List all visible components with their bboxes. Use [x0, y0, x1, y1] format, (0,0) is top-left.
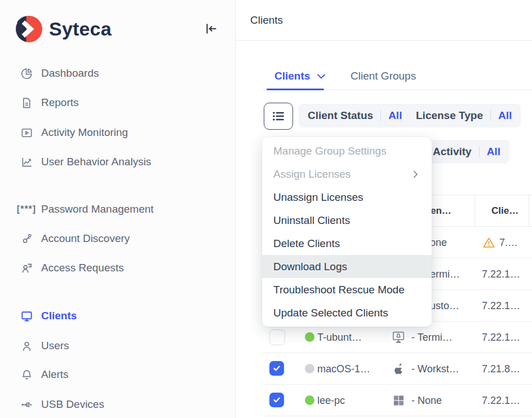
- apple-os-icon: [391, 362, 406, 376]
- tab-label: Client Groups: [351, 70, 416, 82]
- sidebar-item-alerts[interactable]: Alerts: [20, 366, 69, 383]
- menu-item-unassign-licenses[interactable]: Unassign Licenses: [262, 186, 432, 209]
- license-type-cell: - Workst…: [411, 363, 459, 375]
- password-brackets-icon: [***]: [20, 203, 33, 216]
- trend-chart-icon: [20, 155, 33, 169]
- warning-icon: [482, 235, 496, 249]
- row-checkbox[interactable]: [269, 361, 284, 376]
- table-row[interactable]: lee-pc - None 7.22.1…: [263, 385, 532, 416]
- filter-client-status[interactable]: Client Status All: [299, 104, 411, 127]
- linux-os-icon: [391, 330, 406, 345]
- sidebar-item-label: Access Requests: [41, 262, 124, 274]
- tab-client-groups[interactable]: Client Groups: [351, 70, 416, 82]
- status-online-dot: [305, 332, 314, 342]
- column-divider: [475, 195, 475, 226]
- list-menu-icon: [271, 109, 286, 124]
- filter-value: All: [388, 109, 402, 122]
- client-name-cell: lee-pc: [317, 394, 345, 406]
- table-row[interactable]: macOS-1… - Workst… 7.21.8…: [263, 353, 532, 385]
- license-type-cell: usto…: [430, 300, 459, 311]
- person-icon: [20, 339, 33, 353]
- sidebar-item-label: Dashboards: [41, 67, 99, 80]
- menu-item-manage-group-settings[interactable]: Manage Group Settings: [262, 139, 432, 162]
- syteca-logo-icon: [16, 16, 42, 42]
- license-type-cell: ermi…: [430, 268, 460, 280]
- sidebar-item-label: Users: [41, 340, 69, 352]
- client-name-cell: macOS-1…: [317, 363, 370, 375]
- menu-item-delete-clients[interactable]: Delete Clients: [262, 232, 432, 255]
- svg-text:?: ?: [29, 263, 30, 267]
- filter-value: All: [487, 146, 500, 158]
- filter-label: Activity: [433, 146, 472, 158]
- status-offline-dot: [305, 364, 314, 373]
- client-name-cell: T-ubunt…: [317, 331, 362, 343]
- page-title: Clients: [250, 14, 283, 27]
- tab-clients[interactable]: Clients: [274, 70, 327, 82]
- license-type-cell: one: [430, 236, 447, 248]
- usb-icon: [20, 398, 33, 411]
- syteca-console: Syteca Dashboards Reports: [0, 0, 532, 418]
- sidebar-item-reports[interactable]: Reports: [20, 94, 79, 111]
- bell-icon: [20, 368, 33, 381]
- sidebar: Syteca Dashboards Reports: [0, 0, 236, 418]
- bulk-actions-menu: Manage Group Settings Assign Licenses Un…: [262, 137, 432, 327]
- filter-label: License Type: [416, 109, 483, 122]
- client-version-cell: 7.22.1…: [482, 268, 520, 280]
- sidebar-item-label: Alerts: [41, 368, 69, 381]
- chevron-right-icon: [410, 169, 420, 179]
- column-divider: [529, 195, 529, 226]
- sidebar-item-users[interactable]: Users: [20, 337, 69, 354]
- sidebar-item-access-requests[interactable]: ? Access Requests: [20, 259, 124, 276]
- status-online-dot: [305, 395, 314, 405]
- sidebar-item-label: Account Discovery: [41, 232, 130, 245]
- row-checkbox[interactable]: [269, 393, 284, 407]
- filter-label: Client Status: [308, 109, 373, 122]
- client-version-cell: 7.22.1…: [482, 394, 520, 406]
- menu-item-update-selected-clients[interactable]: Update Selected Clients: [262, 301, 432, 324]
- menu-item-download-logs[interactable]: Download Logs: [262, 255, 432, 278]
- filter-value: All: [498, 109, 512, 122]
- tab-label: Clients: [274, 70, 310, 82]
- client-version-cell: 7.22.1…: [482, 331, 520, 343]
- menu-item-assign-licenses[interactable]: Assign Licenses: [262, 162, 432, 186]
- sidebar-item-clients[interactable]: Clients: [20, 307, 77, 324]
- sidebar-item-user-behavior-analysis[interactable]: User Behavior Analysis: [20, 153, 151, 170]
- sidebar-item-activity-monitoring[interactable]: Activity Monitoring: [20, 124, 128, 141]
- client-version-cell: 7.22.1…: [482, 300, 520, 311]
- sidebar-item-label: User Behavior Analysis: [41, 156, 151, 168]
- brand-name: Syteca: [49, 18, 112, 40]
- document-icon: [20, 96, 33, 109]
- filter-divider: [479, 146, 480, 157]
- person-question-icon: ?: [20, 261, 33, 275]
- sidebar-item-password-management[interactable]: [***] Password Management: [20, 201, 154, 218]
- menu-item-troubleshoot-rescue-mode[interactable]: Troubleshoot Rescue Mode: [262, 278, 432, 301]
- sidebar-item-label: Reports: [41, 96, 79, 109]
- menu-item-uninstall-clients[interactable]: Uninstall Clients: [262, 209, 432, 232]
- play-screen-icon: [20, 126, 33, 139]
- filter-license-type[interactable]: License Type All: [407, 104, 521, 127]
- sidebar-item-label: Password Management: [41, 203, 154, 215]
- license-type-cell: - None: [411, 394, 442, 406]
- key-signal-icon: [20, 232, 33, 245]
- sidebar-item-dashboards[interactable]: Dashboards: [20, 65, 99, 82]
- brand-logo: Syteca: [16, 15, 112, 43]
- bulk-actions-menu-button[interactable]: [264, 103, 293, 130]
- sidebar-item-label: Clients: [41, 310, 77, 322]
- sidebar-item-account-discovery[interactable]: Account Discovery: [20, 230, 130, 247]
- client-version-cell: 7.21.8…: [482, 363, 520, 375]
- pie-chart-icon: [20, 67, 33, 80]
- chevron-down-icon: [316, 71, 327, 82]
- sidebar-item-label: Activity Monitoring: [41, 126, 128, 139]
- sidebar-item-label: USB Devices: [41, 398, 104, 411]
- column-header-client-version[interactable]: Clie…: [491, 205, 518, 217]
- monitor-icon: [20, 309, 33, 323]
- row-checkbox[interactable]: [269, 329, 285, 345]
- active-tab-underline: [267, 89, 324, 90]
- column-header-license[interactable]: en…: [431, 205, 451, 217]
- filter-divider: [380, 110, 381, 121]
- sidebar-collapse-icon[interactable]: [203, 21, 219, 37]
- windows-os-icon: [391, 393, 406, 408]
- topbar: Clients: [236, 0, 532, 41]
- sidebar-item-usb-devices[interactable]: USB Devices: [20, 396, 104, 413]
- license-type-cell: - Termi…: [411, 331, 453, 343]
